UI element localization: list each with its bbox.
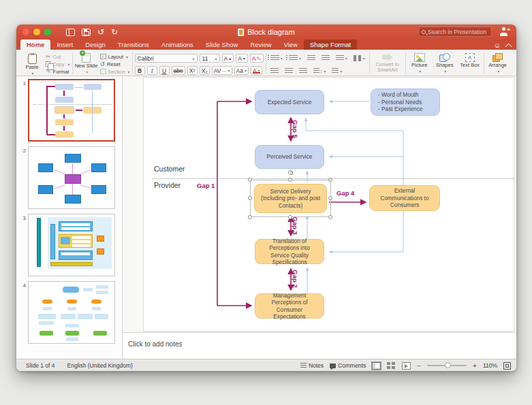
character-spacing-button[interactable]: AV↔: [212, 66, 232, 75]
align-text-button[interactable]: [330, 67, 344, 76]
slide-3-number: 3: [16, 214, 26, 276]
format-painter-icon: ✎: [46, 69, 51, 75]
format-painter-button[interactable]: ✎Format: [46, 68, 70, 75]
comments-toggle-button[interactable]: Comments: [330, 362, 366, 369]
font-size-select[interactable]: 11: [200, 54, 220, 63]
slide-canvas[interactable]: Customer Provider Expected Service - Wor…: [143, 77, 514, 331]
search-input[interactable]: Search in Presentation: [418, 27, 492, 37]
zoom-in-button[interactable]: [473, 362, 477, 370]
arrange-button[interactable]: Arrange: [486, 52, 510, 74]
notes-pane[interactable]: Click to add notes: [123, 332, 516, 359]
bullets-button[interactable]: [268, 54, 285, 63]
selection-frame[interactable]: [250, 180, 331, 217]
zoom-slider[interactable]: [427, 365, 467, 366]
zoom-window-button[interactable]: [44, 29, 51, 35]
font-color-button[interactable]: A: [251, 66, 262, 75]
paste-button[interactable]: Paste: [20, 52, 44, 76]
slide-thumbnail-2[interactable]: [28, 146, 115, 209]
shrink-font-button[interactable]: A▼: [236, 54, 248, 63]
toggle-sidebar-icon[interactable]: [66, 29, 75, 36]
selection-handle[interactable]: [328, 215, 332, 219]
font-name-select[interactable]: Calibri: [135, 54, 198, 63]
underline-button[interactable]: U: [159, 66, 170, 75]
tab-home[interactable]: Home: [20, 39, 50, 50]
save-icon[interactable]: [82, 29, 91, 36]
italic-button[interactable]: I: [147, 66, 157, 75]
tab-animations[interactable]: Animations: [155, 39, 200, 50]
management-perceptions-box[interactable]: Management Perceptions of Consumer Expec…: [255, 293, 324, 319]
new-slide-button[interactable]: New Slide: [75, 52, 98, 74]
align-left-button[interactable]: [268, 67, 281, 76]
slide-thumbnail-4[interactable]: [28, 281, 115, 344]
grow-font-button[interactable]: A▲: [222, 54, 234, 63]
collapse-ribbon-icon[interactable]: [505, 44, 512, 50]
redo-icon[interactable]: ↻: [111, 29, 118, 36]
clear-formatting-button[interactable]: A✎: [250, 54, 264, 63]
numbering-button[interactable]: [287, 54, 303, 63]
align-right-button[interactable]: [297, 67, 309, 76]
strikethrough-button[interactable]: abe: [172, 66, 185, 75]
tab-review[interactable]: Review: [244, 39, 277, 50]
decrease-indent-button[interactable]: [305, 54, 317, 63]
perceived-service-box[interactable]: Perceived Service: [255, 145, 324, 169]
change-case-button[interactable]: Aa: [234, 66, 249, 75]
zoom-level[interactable]: 110%: [483, 362, 497, 369]
fit-slide-to-window-button[interactable]: [503, 362, 511, 370]
rotation-handle[interactable]: [288, 170, 293, 175]
slide-sorter-view-button[interactable]: [387, 362, 396, 370]
notes-toggle-button[interactable]: Notes: [300, 362, 324, 369]
expected-service-box[interactable]: Expected Service: [255, 90, 324, 114]
bold-button[interactable]: B: [135, 66, 145, 75]
slide-editing-area[interactable]: Customer Provider Expected Service - Wor…: [123, 76, 516, 332]
selection-handle[interactable]: [328, 178, 332, 182]
zoom-slider-knob[interactable]: [445, 362, 451, 368]
language-indicator[interactable]: English (United Kingdom): [67, 362, 133, 369]
quick-styles-button[interactable]: Quick Styles: [512, 52, 516, 80]
subscript-button[interactable]: X₂: [200, 66, 210, 75]
slide-thumbnail-3[interactable]: [28, 214, 115, 276]
shapes-button[interactable]: Shapes: [433, 52, 456, 74]
arrange-icon: [492, 53, 503, 62]
tab-transitions[interactable]: Transitions: [112, 39, 155, 50]
layout-button[interactable]: Layout: [100, 53, 130, 60]
text-direction-button[interactable]: ↕: [311, 67, 328, 76]
copy-button[interactable]: Copy: [46, 61, 70, 67]
slide-thumbnail-1[interactable]: [28, 79, 115, 142]
columns-button[interactable]: [351, 54, 367, 63]
external-communications-box[interactable]: External Communications to Consumers: [369, 185, 440, 211]
zoom-out-button[interactable]: [417, 362, 421, 370]
tab-insert[interactable]: Insert: [50, 39, 79, 50]
influences-box[interactable]: - Word of Mouth - Personal Needs - Past …: [371, 88, 440, 116]
close-window-button[interactable]: [22, 29, 29, 35]
document-icon: [238, 29, 244, 36]
tab-design[interactable]: Design: [79, 39, 112, 50]
selection-handle[interactable]: [288, 178, 292, 182]
selection-handle[interactable]: [248, 215, 252, 219]
translation-box[interactable]: Translation of Perceptions into Service …: [255, 239, 324, 264]
increase-indent-button[interactable]: [319, 54, 332, 63]
undo-icon[interactable]: ↺: [97, 29, 104, 36]
tab-shape-format[interactable]: Shape Format: [304, 39, 357, 50]
selection-handle[interactable]: [288, 215, 292, 219]
tab-view[interactable]: View: [278, 39, 304, 50]
picture-button[interactable]: Picture: [408, 52, 431, 74]
share-button[interactable]: +: [500, 27, 510, 36]
text-box-button[interactable]: A Text Box: [458, 52, 482, 68]
slide-show-button[interactable]: [402, 362, 411, 370]
convert-to-smartart-button[interactable]: Convert to SmartArt: [372, 52, 403, 79]
minimize-window-button[interactable]: [33, 29, 40, 35]
normal-view-button[interactable]: [372, 362, 381, 370]
superscript-button[interactable]: X²: [187, 66, 198, 75]
section-button[interactable]: Section: [100, 68, 130, 75]
align-center-button[interactable]: [283, 67, 295, 76]
notes-icon: [300, 363, 307, 368]
selection-handle[interactable]: [328, 196, 332, 200]
feedback-smiley-icon[interactable]: ☺: [494, 42, 501, 49]
reset-button[interactable]: ↺Reset: [100, 61, 130, 67]
tab-slide-show[interactable]: Slide Show: [200, 39, 245, 50]
line-spacing-button[interactable]: [334, 54, 349, 63]
selection-handle[interactable]: [248, 196, 252, 200]
selection-handle[interactable]: [248, 178, 252, 182]
cut-button[interactable]: ✂Cut: [46, 53, 70, 60]
copy-icon: [46, 61, 50, 67]
